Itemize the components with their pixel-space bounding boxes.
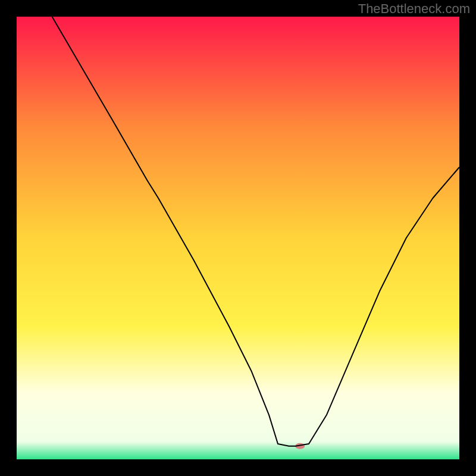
watermark-label: TheBottleneck.com (358, 1, 470, 17)
bottleneck-chart: TheBottleneck.com (0, 0, 476, 476)
chart-svg (0, 0, 476, 476)
plot-area (17, 17, 459, 459)
